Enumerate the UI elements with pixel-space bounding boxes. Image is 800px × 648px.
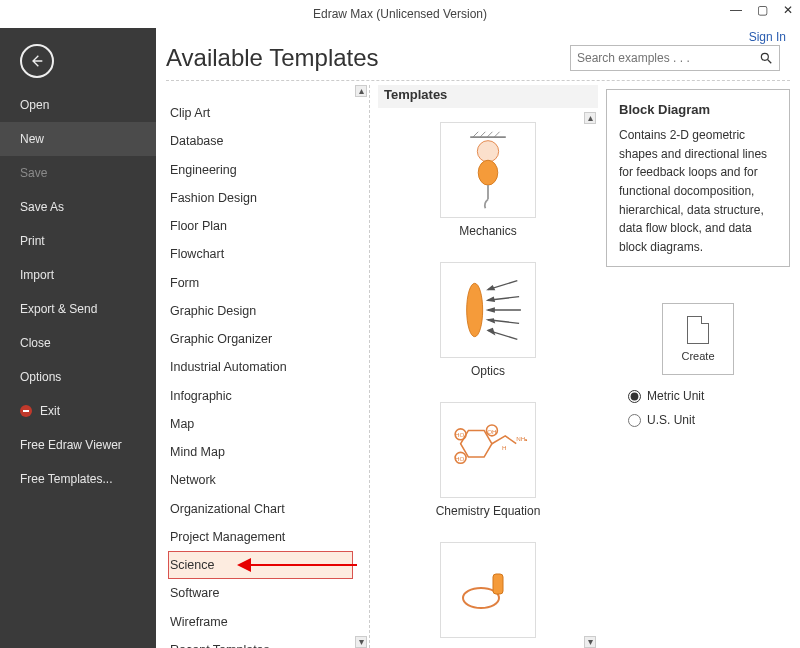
side-exit[interactable]: Exit	[0, 394, 156, 428]
svg-point-9	[467, 283, 483, 336]
category-map[interactable]: Map	[168, 410, 353, 438]
svg-marker-17	[488, 319, 494, 323]
side-free-templates[interactable]: Free Templates...	[0, 462, 156, 496]
svg-text:OH: OH	[487, 428, 496, 435]
search-input[interactable]	[577, 51, 759, 65]
side-save[interactable]: Save	[0, 156, 156, 190]
tpl-optics[interactable]: Optics	[378, 252, 598, 392]
body: OpenNewSaveSave AsPrintImportExport & Se…	[0, 28, 800, 648]
page-title: Available Templates	[166, 44, 379, 72]
unit-us-radio[interactable]	[628, 414, 641, 427]
category-graphic-design[interactable]: Graphic Design	[168, 297, 353, 325]
window-title: Edraw Max (Unlicensed Version)	[313, 7, 487, 21]
tpl-partial[interactable]	[378, 532, 598, 648]
window-controls: — ▢ ✕	[730, 4, 794, 16]
scroll-up-icon[interactable]: ▴	[355, 85, 367, 97]
tpl-chemistry-equation-thumb: HOHOOHNH₂H	[440, 402, 536, 498]
minimize-icon[interactable]: —	[730, 4, 742, 16]
tpl-chemistry-equation[interactable]: HOHOOHNH₂HChemistry Equation	[378, 392, 598, 532]
create-button[interactable]: Create	[662, 303, 734, 375]
side-export-send[interactable]: Export & Send	[0, 292, 156, 326]
category-floor-plan[interactable]: Floor Plan	[168, 212, 353, 240]
category-list: ▴ Clip ArtDatabaseEngineeringFashion Des…	[166, 85, 370, 648]
side-new[interactable]: New	[0, 122, 156, 156]
category-software[interactable]: Software	[168, 579, 353, 607]
category-mind-map[interactable]: Mind Map	[168, 438, 353, 466]
back-button[interactable]	[20, 44, 54, 78]
side-open[interactable]: Open	[0, 88, 156, 122]
tpl-mechanics-thumb	[440, 122, 536, 218]
svg-marker-11	[488, 286, 494, 290]
tpl-mechanics-label: Mechanics	[459, 224, 516, 238]
info-title: Block Diagram	[619, 100, 777, 120]
category-engineering[interactable]: Engineering	[168, 156, 353, 184]
category-science[interactable]: Science	[168, 551, 353, 579]
unit-metric-radio[interactable]	[628, 390, 641, 403]
svg-line-1	[768, 60, 772, 64]
info-column: Block Diagram Contains 2-D geometric sha…	[606, 85, 790, 648]
category-industrial-automation[interactable]: Industrial Automation	[168, 353, 353, 381]
scroll-up-icon[interactable]: ▴	[584, 112, 596, 124]
category-database[interactable]: Database	[168, 127, 353, 155]
category-column: ▴ Clip ArtDatabaseEngineeringFashion Des…	[166, 85, 370, 648]
page-icon	[687, 316, 709, 344]
info-box: Block Diagram Contains 2-D geometric sha…	[606, 89, 790, 267]
svg-point-8	[478, 160, 498, 185]
tpl-chemistry-equation-label: Chemistry Equation	[436, 504, 541, 518]
svg-text:HO: HO	[455, 455, 465, 462]
unit-metric[interactable]: Metric Unit	[628, 389, 790, 403]
svg-marker-19	[488, 329, 494, 334]
tpl-optics-thumb	[440, 262, 536, 358]
annotation-arrow-icon	[237, 558, 357, 572]
side-import[interactable]: Import	[0, 258, 156, 292]
category-network[interactable]: Network	[168, 466, 353, 494]
tpl-partial-thumb	[440, 542, 536, 638]
exit-icon	[20, 405, 32, 417]
unit-us[interactable]: U.S. Unit	[628, 413, 790, 427]
category-clip-art[interactable]: Clip Art	[168, 99, 353, 127]
scroll-down-icon[interactable]: ▾	[355, 636, 367, 648]
tpl-mechanics[interactable]: Mechanics	[378, 112, 598, 252]
maximize-icon[interactable]: ▢	[756, 4, 768, 16]
category-form[interactable]: Form	[168, 269, 353, 297]
sidebar: OpenNewSaveSave AsPrintImportExport & Se…	[0, 28, 156, 648]
tpl-optics-label: Optics	[471, 364, 505, 378]
svg-marker-13	[488, 298, 494, 302]
templates-column: Templates ▴ ▾ MechanicsOpticsHOHOOHNH₂HC…	[378, 85, 598, 648]
svg-text:H: H	[502, 444, 507, 451]
svg-marker-15	[488, 308, 494, 312]
close-icon[interactable]: ✕	[782, 4, 794, 16]
svg-rect-30	[493, 574, 503, 594]
svg-point-0	[761, 53, 768, 60]
main-header: Available Templates	[166, 44, 790, 72]
svg-text:NH₂: NH₂	[516, 435, 528, 442]
category-wireframe[interactable]: Wireframe	[168, 608, 353, 636]
category-infographic[interactable]: Infographic	[168, 382, 353, 410]
side-print[interactable]: Print	[0, 224, 156, 258]
side-free-viewer[interactable]: Free Edraw Viewer	[0, 428, 156, 462]
category-recent-templates[interactable]: Recent Templates	[168, 636, 353, 648]
category-flowchart[interactable]: Flowchart	[168, 240, 353, 268]
category-project-management[interactable]: Project Management	[168, 523, 353, 551]
create-label: Create	[681, 350, 714, 362]
side-save-as[interactable]: Save As	[0, 190, 156, 224]
side-close[interactable]: Close	[0, 326, 156, 360]
titlebar: Edraw Max (Unlicensed Version) — ▢ ✕	[0, 0, 800, 28]
search-icon	[759, 51, 773, 65]
category-fashion-design[interactable]: Fashion Design	[168, 184, 353, 212]
main-panel: Available Templates ▴ Clip ArtDatabaseEn…	[156, 28, 800, 648]
svg-point-7	[477, 141, 498, 162]
unit-options: Metric Unit U.S. Unit	[606, 389, 790, 427]
scroll-down-icon[interactable]: ▾	[584, 636, 596, 648]
search-box[interactable]	[570, 45, 780, 71]
columns: ▴ Clip ArtDatabaseEngineeringFashion Des…	[166, 80, 790, 648]
category-graphic-organizer[interactable]: Graphic Organizer	[168, 325, 353, 353]
templates-header: Templates	[378, 85, 598, 108]
side-options[interactable]: Options	[0, 360, 156, 394]
app-window: Edraw Max (Unlicensed Version) — ▢ ✕ Sig…	[0, 0, 800, 648]
info-body: Contains 2-D geometric shapes and direct…	[619, 126, 777, 256]
templates-list: ▴ ▾ MechanicsOpticsHOHOOHNH₂HChemistry E…	[378, 112, 598, 648]
arrow-left-icon	[29, 53, 45, 69]
svg-text:HO: HO	[455, 431, 465, 438]
category-organizational-chart[interactable]: Organizational Chart	[168, 495, 353, 523]
